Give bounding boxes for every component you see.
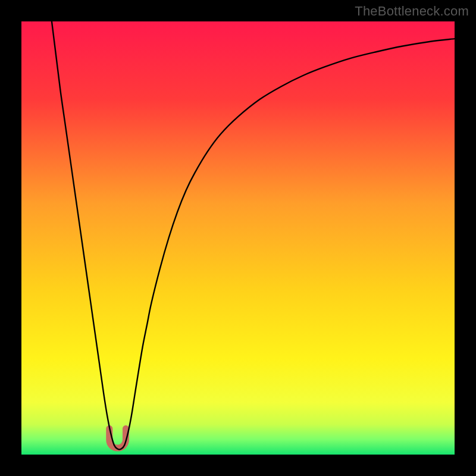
chart-svg <box>21 21 455 455</box>
chart-frame: TheBottleneck.com <box>0 0 476 476</box>
gradient-background <box>21 21 455 455</box>
watermark-text: TheBottleneck.com <box>355 4 469 19</box>
plot-area <box>21 21 455 455</box>
